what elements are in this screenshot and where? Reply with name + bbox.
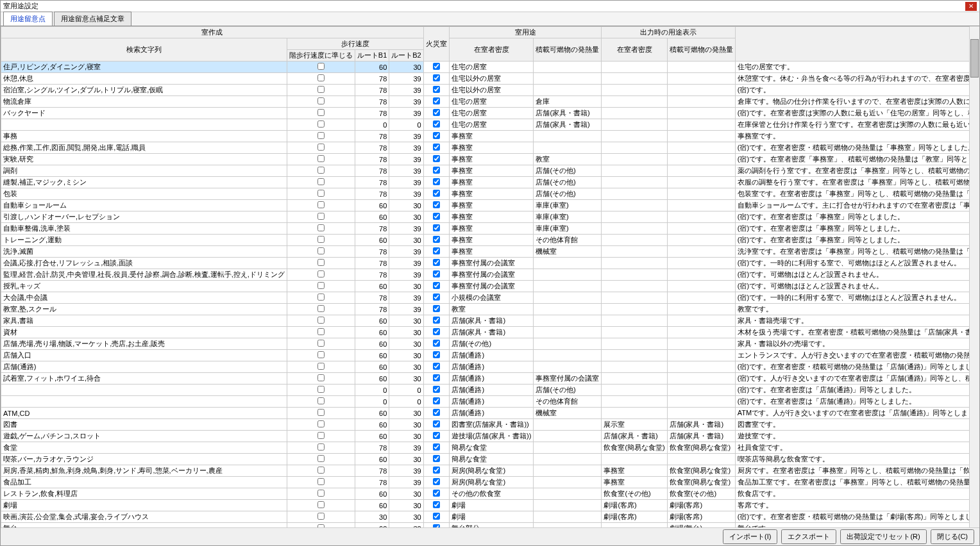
cell-occ2[interactable] [602,131,667,142]
walk-checkbox[interactable] [317,443,325,451]
cell-walk-chk[interactable] [287,361,355,373]
cell-route2[interactable]: 30 [389,62,423,73]
cell-walk-chk[interactable] [287,500,355,511]
cell-route2[interactable]: 39 [389,269,423,281]
cell-occ[interactable]: 事務室 [449,131,534,142]
walk-checkbox[interactable] [317,213,325,220]
cell-route1[interactable]: 78 [355,304,389,315]
cell-fire[interactable] [423,431,449,442]
cell-note[interactable]: (宿)です。一時的に利用する室で、可燃物はほとんど設置されません。 [735,258,979,269]
table-row[interactable]: 会議,応接,打合せ,リフレッシュ,相談,面談7839事務室付属の会議室(宿)です… [1,258,980,269]
fire-checkbox[interactable] [433,340,440,347]
cell-fire[interactable] [423,454,449,465]
walk-checkbox[interactable] [317,167,325,174]
cell-note[interactable]: (宿)です。可燃物はほとんど設置されません。 [735,269,979,281]
table-row[interactable]: 店舗(通路)6030店舗(通路)(宿)です。在室者密度・積載可燃物の発熱量は「店… [1,361,980,373]
fire-checkbox[interactable] [433,259,440,266]
cell-occ2[interactable] [602,108,667,119]
cell-route2[interactable]: 39 [389,477,423,488]
fire-checkbox[interactable] [433,409,440,416]
vertical-scrollbar[interactable] [969,26,979,527]
cell-fuel[interactable] [534,269,602,281]
cell-note[interactable]: 在庫保管と仕分け作業を行う室です。在室者密度は実際の人数に最も近い「住宅の居室」… [735,119,979,131]
table-row[interactable]: 食堂7839簡易な食堂飲食室(簡易な食堂)飲食室(簡易な食堂)社員食堂です。 [1,442,980,454]
cell-route2[interactable]: 30 [389,454,423,465]
cell-note[interactable]: 薬の調剤を行う室です。在室者密度は「事務室」同等とし、積載可燃物の発熱量は「店舗… [735,165,979,177]
table-row[interactable]: バックヤード7839住宅の居室店舗(家具・書籍)(宿)です。在室者密度は実際の人… [1,108,980,119]
cell-occ2[interactable] [602,246,667,258]
cell-walk-chk[interactable] [287,373,355,385]
cell-fuel[interactable] [534,258,602,269]
header-walk-chk[interactable]: 階歩行速度に準じる [287,50,355,62]
cell-route1[interactable]: 60 [355,523,389,528]
cell-route1[interactable]: 60 [355,500,389,511]
cell-occ[interactable]: 事務室 [449,235,534,246]
cell-search[interactable]: 劇場 [1,500,287,511]
cell-occ2[interactable] [602,292,667,304]
cell-fuel[interactable] [534,304,602,315]
cell-search[interactable]: 大会議,中会議 [1,292,287,304]
table-row[interactable]: 資材6030店舗(家具・書籍)木材を扱う売場です。在室者密度・積載可燃物の発熱量… [1,327,980,338]
cell-search[interactable]: 事務 [1,131,287,142]
fire-checkbox[interactable] [433,178,440,185]
cell-fuel2[interactable] [667,188,735,200]
cell-fuel2[interactable]: 店舗(家具・書籍) [667,419,735,431]
cell-walk-chk[interactable] [287,269,355,281]
cell-route2[interactable]: 30 [389,511,423,523]
table-row[interactable]: 総務,作業,工作,図面,閲覧,開発,出庫,電話,職員7839事務室(宿)です。在… [1,142,980,154]
close-button[interactable]: 閉じる(C) [931,529,974,544]
cell-occ2[interactable] [602,62,667,73]
cell-occ[interactable]: 住宅の居室 [449,96,534,108]
cell-fire[interactable] [423,338,449,350]
cell-fuel2[interactable] [667,246,735,258]
cell-walk-chk[interactable] [287,511,355,523]
cell-occ[interactable]: 店舗(通路) [449,408,534,419]
walk-checkbox[interactable] [317,120,325,128]
cell-search[interactable]: 店舗入口 [1,350,287,361]
cell-route1[interactable]: 60 [355,200,389,211]
cell-occ[interactable]: 事務室 [449,223,534,235]
cell-occ2[interactable] [602,73,667,85]
cell-search[interactable]: 自動車整備,洗車,塗装 [1,223,287,235]
cell-occ2[interactable] [602,177,667,188]
cell-walk-chk[interactable] [287,142,355,154]
cell-fuel2[interactable] [667,223,735,235]
cell-note[interactable]: 飲食店です。 [735,488,979,500]
cell-route2[interactable]: 30 [389,431,423,442]
cell-occ2[interactable] [602,142,667,154]
cell-fuel[interactable] [534,62,602,73]
table-row[interactable]: 調剤7839事務室店舗(その他)薬の調剤を行う室です。在室者密度は「事務室」同等… [1,165,980,177]
cell-fire[interactable] [423,477,449,488]
table-row[interactable]: 授乳,キッズ6030事務室付属の会議室(宿)です。可燃物はほとんど設置されません… [1,281,980,292]
cell-route2[interactable]: 30 [389,408,423,419]
cell-fuel[interactable] [534,442,602,454]
cell-fuel2[interactable]: 劇場(客席) [667,511,735,523]
cell-search[interactable]: 図書 [1,419,287,431]
cell-search[interactable]: 遊戯,ゲーム,パチンコ,スロット [1,431,287,442]
table-row[interactable]: 試着室,フィット,ホワイエ,待合6030店舗(通路)事務室付属の会議室(宿)です… [1,373,980,385]
cell-fire[interactable] [423,511,449,523]
tab-usage-notes[interactable]: 用途留意点 [3,12,53,26]
cell-route1[interactable]: 60 [355,408,389,419]
fire-checkbox[interactable] [433,397,440,404]
walk-checkbox[interactable] [317,524,325,527]
cell-walk-chk[interactable] [287,258,355,269]
cell-route2[interactable]: 39 [389,131,423,142]
cell-fire[interactable] [423,235,449,246]
cell-occ[interactable]: 店舗(家具・書籍) [449,327,534,338]
cell-fuel2[interactable] [667,338,735,350]
cell-route1[interactable]: 78 [355,165,389,177]
cell-route1[interactable]: 78 [355,292,389,304]
table-row[interactable]: 食品加工7839厨房(簡易な食堂)事務室飲食室(簡易な食堂)食品加工室です。在室… [1,477,980,488]
fire-checkbox[interactable] [433,386,440,393]
cell-walk-chk[interactable] [287,396,355,408]
walk-checkbox[interactable] [317,259,325,266]
cell-route1[interactable]: 60 [355,454,389,465]
fire-checkbox[interactable] [433,363,440,370]
cell-occ2[interactable] [602,338,667,350]
cell-route1[interactable]: 60 [355,281,389,292]
cell-note[interactable]: (宿)です。在室者密度は実際の人数に最も近い「住宅の居室」同等とし、積載可燃物の… [735,108,979,119]
header-occ2[interactable]: 在室者密度 [602,38,667,62]
cell-route1[interactable]: 78 [355,73,389,85]
cell-occ2[interactable] [602,119,667,131]
